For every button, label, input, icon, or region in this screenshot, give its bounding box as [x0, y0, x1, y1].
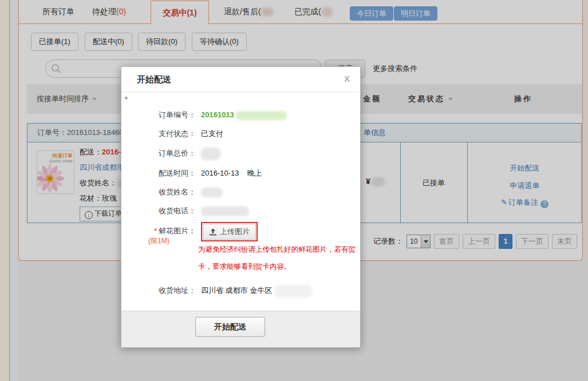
modal-row-total-price: 订单总价： [121, 148, 360, 159]
start-delivery-submit-button[interactable]: 开始配送 [195, 317, 265, 337]
close-icon[interactable]: X [344, 74, 350, 84]
required-asterisk: * [154, 227, 157, 235]
modal-row-address: 收货地址：四川省 成都市 金牛区 [121, 285, 360, 296]
pay-status-label: 支付状态： [121, 128, 196, 140]
order-management-page: 所有订单 待处理(0) 交易中(1) 退款/售后( 已完成( 今日订单 明日订单… [0, 0, 588, 381]
upload-image-button[interactable]: 上传图片 [203, 224, 256, 240]
modal-row-receiver-phone: 收货电话： [121, 205, 360, 217]
modal-row-pay-status: 支付状态：已支付 [121, 128, 360, 140]
receiver-name-label: 收货姓名： [121, 186, 196, 198]
upload-warning-line2: 卡，要求能够看到贺卡内容。 [198, 262, 291, 272]
receiver-phone-redacted [201, 207, 249, 216]
address-value: 四川省 成都市 金牛区 [201, 286, 272, 295]
flower-photo-label: 鲜花图片： [159, 227, 196, 235]
delivery-time-period: 晚上 [247, 169, 262, 177]
modal-row-receiver-name: 收货姓名： [121, 186, 360, 198]
upload-icon [209, 228, 217, 236]
delivery-time-label: 配送时间： [121, 168, 196, 179]
order-no-redacted [235, 111, 287, 120]
modal-row-delivery-time: 配送时间：2016-10-13晚上 [121, 168, 360, 179]
modal-title: 开始配送 [137, 67, 171, 92]
upload-warning-line1: 为避免经济纠纷请上传包扎好的鲜花图片，若有贺 [198, 245, 356, 255]
modal-plus-artifact: + [124, 94, 128, 101]
address-label: 收货地址： [121, 285, 196, 296]
modal-row-order-no: 订单编号：20161013 [121, 109, 360, 121]
receiver-name-redacted [201, 188, 223, 197]
total-price-label: 订单总价： [121, 148, 196, 159]
upload-image-label: 上传图片 [220, 227, 250, 237]
pay-status-value: 已支付 [201, 129, 223, 138]
receiver-phone-label: 收货电话： [121, 205, 196, 217]
size-limit-note: (限1M) [148, 236, 169, 246]
modal-footer: 开始配送 [121, 311, 360, 347]
delivery-time-date: 2016-10-13 [201, 169, 239, 177]
upload-highlight-box: 上传图片 [201, 222, 258, 241]
order-no-label: 订单编号： [121, 109, 196, 121]
address-redacted [274, 285, 312, 297]
total-price-redacted [201, 148, 220, 160]
start-delivery-modal: 开始配送 X + 订单编号：20161013 支付状态：已支付 订单总价： 配送… [121, 66, 361, 348]
order-no-value: 20161013 [201, 110, 234, 119]
modal-header: 开始配送 X [121, 67, 360, 92]
